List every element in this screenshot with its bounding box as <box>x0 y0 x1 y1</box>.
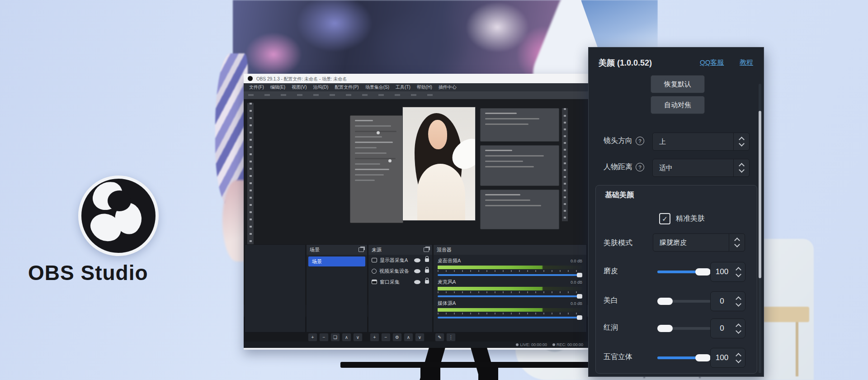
source-properties-button[interactable]: ⚙ <box>392 333 402 342</box>
lens-direction-value: 上 <box>653 138 733 146</box>
source-row[interactable]: 窗口采集 <box>368 276 432 287</box>
menu-item-tools[interactable]: 工具(T) <box>396 84 410 90</box>
spinner-chevrons-icon[interactable] <box>729 234 745 251</box>
visibility-eye-icon[interactable] <box>414 280 420 284</box>
sources-dock: 来源 显示器采集A 视频采集设备 窗口采集 <box>368 244 433 332</box>
remove-source-button[interactable]: − <box>381 333 391 342</box>
whitening-value: 0 <box>711 297 733 306</box>
window-title: OBS 29.1.3 - 配置文件: 未命名 - 场景: 未命名 <box>256 76 347 82</box>
slider-handle[interactable] <box>695 354 711 361</box>
rosy-slider[interactable] <box>657 327 711 330</box>
mixer-dock-title: 混音器 <box>437 247 452 253</box>
mixer-dock: 混音器 桌面音频A 0.0 dB 麦克风A 0.0 dB 媒体源A 0.0 dB <box>433 244 587 332</box>
volume-slider-handle[interactable] <box>577 294 582 299</box>
face-contour-stepper[interactable]: 100 <box>710 348 745 368</box>
lens-direction-select[interactable]: 上 <box>652 133 750 151</box>
volume-slider-handle[interactable] <box>577 273 582 277</box>
help-icon[interactable]: ? <box>636 163 644 171</box>
face-contour-slider[interactable] <box>657 356 711 359</box>
mixer-channel: 桌面音频A 0.0 dB <box>434 255 586 276</box>
smooth-skin-slider[interactable] <box>657 271 711 273</box>
volume-slider[interactable] <box>438 295 582 297</box>
menu-item-edit[interactable]: 编辑(E) <box>270 84 285 90</box>
portrait-dress <box>417 164 465 221</box>
mixer-options-button[interactable]: ✎ <box>435 333 444 342</box>
audio-meter <box>438 308 582 312</box>
lens-direction-label: 镜头方向 ? <box>604 136 644 146</box>
precise-skin-checkbox[interactable]: ✓ <box>659 213 670 224</box>
tutorial-link[interactable]: 教程 <box>740 58 753 67</box>
subject-distance-select[interactable]: 适中 <box>652 159 750 177</box>
source-down-button[interactable]: ∨ <box>415 333 425 342</box>
live-status: LIVE: 00:00:00 <box>516 342 547 347</box>
menu-item-view[interactable]: 视图(V) <box>292 84 307 90</box>
mixer-channel-db: 0.0 dB <box>571 301 582 306</box>
visibility-eye-icon[interactable] <box>414 269 420 273</box>
mixer-channel-name: 媒体源A <box>438 300 456 307</box>
qq-support-link[interactable]: QQ客服 <box>700 58 724 67</box>
panel-scrollbar-thumb[interactable] <box>759 111 761 278</box>
monitor-stand-foot <box>478 367 498 380</box>
skin-mode-label: 美肤模式 <box>604 238 632 248</box>
source-row[interactable]: 视频采集设备 <box>368 266 432 276</box>
whitening-stepper[interactable]: 0 <box>710 291 745 311</box>
mixer-channel-name: 桌面音频A <box>438 257 461 264</box>
restore-defaults-button[interactable]: 恢复默认 <box>651 75 705 93</box>
stepper-chevrons-icon[interactable] <box>733 354 745 362</box>
dock-popout-icon[interactable] <box>359 247 364 252</box>
meter-ticks <box>438 270 582 272</box>
remove-scene-button[interactable]: − <box>319 333 329 342</box>
mixer-menu-button[interactable]: ⋮ <box>446 333 456 342</box>
obs-logo-icon <box>78 176 159 256</box>
menu-item-plugin-center[interactable]: 插件中心 <box>439 84 457 90</box>
lock-icon[interactable] <box>425 269 429 273</box>
portrait-face <box>428 120 447 149</box>
camera-icon <box>372 269 377 274</box>
scene-up-button[interactable]: ∧ <box>342 333 351 342</box>
stepper-chevrons-icon[interactable] <box>733 324 745 333</box>
visibility-eye-icon[interactable] <box>414 258 420 262</box>
source-row[interactable]: 显示器采集A <box>368 255 432 266</box>
menu-item-help[interactable]: 帮助(H) <box>417 84 432 90</box>
help-icon[interactable]: ? <box>636 137 644 145</box>
face-contour-row: 五官立体 100 <box>589 348 764 368</box>
menu-item-docks[interactable]: 泊坞(D) <box>313 84 328 90</box>
rosy-stepper[interactable]: 0 <box>710 318 745 338</box>
duplicate-scene-button[interactable]: ❏ <box>330 333 340 342</box>
menu-item-scene-collection[interactable]: 场景集合(S) <box>365 84 389 90</box>
autofocus-button[interactable]: 自动对焦 <box>651 96 705 114</box>
face-contour-value: 100 <box>711 353 733 362</box>
source-up-button[interactable]: ∧ <box>404 333 413 342</box>
add-scene-button[interactable]: + <box>308 333 317 342</box>
rosy-row: 红润 0 <box>589 318 764 338</box>
empty-dock <box>245 244 306 332</box>
add-source-button[interactable]: + <box>370 333 379 342</box>
slider-handle[interactable] <box>657 325 673 332</box>
mixer-channel: 麦克风A 0.0 dB <box>434 276 586 297</box>
menu-item-profile[interactable]: 配置文件(P) <box>335 84 359 90</box>
slider-handle[interactable] <box>657 298 673 305</box>
scene-item-selected[interactable]: 场景 <box>308 256 365 266</box>
lock-icon[interactable] <box>425 258 429 262</box>
scene-down-button[interactable]: ∨ <box>353 333 363 342</box>
slider-handle[interactable] <box>695 268 711 276</box>
skin-mode-select[interactable]: 朦胧磨皮 <box>653 233 745 252</box>
spinner-chevrons-icon[interactable] <box>733 133 749 150</box>
spinner-chevrons-icon[interactable] <box>733 159 749 176</box>
rec-status: REC: 00:00:00 <box>552 342 583 347</box>
stepper-chevrons-icon[interactable] <box>733 268 745 276</box>
scenes-dock-header: 场景 <box>307 245 367 255</box>
subject-distance-value: 适中 <box>653 164 733 172</box>
volume-slider-handle[interactable] <box>577 315 582 320</box>
volume-slider[interactable] <box>438 274 582 276</box>
precise-skin-label: 精准美肤 <box>676 214 705 223</box>
stepper-chevrons-icon[interactable] <box>733 297 745 306</box>
whitening-slider[interactable] <box>657 300 711 303</box>
lock-icon[interactable] <box>425 280 429 284</box>
dock-popout-icon[interactable] <box>424 247 429 252</box>
smooth-skin-stepper[interactable]: 100 <box>710 262 745 282</box>
smooth-skin-value: 100 <box>711 267 733 276</box>
menu-item-file[interactable]: 文件(F) <box>249 84 264 90</box>
skin-mode-value: 朦胧磨皮 <box>653 238 729 247</box>
volume-slider[interactable] <box>438 317 582 318</box>
